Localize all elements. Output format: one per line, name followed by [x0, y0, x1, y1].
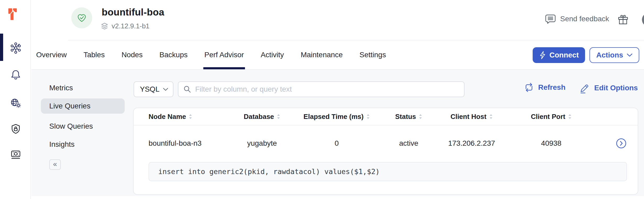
sort-icon [489, 114, 493, 119]
cluster-health-badge [71, 7, 92, 28]
api-type-value: YSQL [140, 85, 163, 93]
billing-nav-icon[interactable] [10, 148, 22, 160]
column-header-client-port[interactable]: Client Port [498, 113, 605, 121]
cluster-tabs: Overview Tables Nodes Backups Perf Advis… [36, 40, 386, 69]
cluster-name-title: bountiful-boa [102, 7, 164, 18]
actions-button[interactable]: Actions [590, 47, 639, 63]
refresh-button[interactable]: Refresh [523, 82, 565, 93]
cluster-tabbar: Overview Tables Nodes Backups Perf Advis… [31, 40, 644, 70]
yugabyte-logo-icon[interactable] [7, 7, 18, 21]
security-shield-nav-icon[interactable] [10, 123, 22, 135]
sort-icon [277, 114, 280, 119]
column-header-node-name[interactable]: Node Name [134, 113, 223, 121]
cell-elapsed-time: 0 [301, 139, 372, 148]
column-header-database[interactable]: Database [223, 113, 301, 121]
clusters-nav-icon[interactable] [10, 42, 22, 54]
collapse-chevrons-icon: « [53, 161, 57, 168]
chevron-right-circle-icon [616, 138, 626, 149]
sidebar-collapse-button[interactable]: « [49, 159, 61, 170]
column-label: Status [395, 113, 416, 121]
actions-button-label: Actions [596, 51, 623, 59]
chevron-down-icon [163, 88, 168, 91]
api-type-select[interactable]: YSQL [134, 81, 173, 97]
sidebar-item-live-queries[interactable]: Live Queries [41, 98, 125, 114]
send-feedback-button[interactable]: Send feedback [545, 14, 609, 24]
left-nav-rail [0, 0, 31, 199]
sidebar-item-metrics[interactable]: Metrics [49, 84, 73, 92]
tab-perf-advisor[interactable]: Perf Advisor [204, 40, 244, 69]
column-label: Client Port [531, 113, 565, 121]
alerts-bell-nav-icon[interactable] [10, 69, 22, 81]
query-filter-searchbox [178, 81, 465, 97]
tab-nodes[interactable]: Nodes [122, 40, 143, 69]
table-row[interactable]: bountiful-boa-n3 yugabyte 0 active 173.2… [134, 125, 638, 161]
cluster-version-label: v2.12.9.1-b1 [112, 22, 150, 30]
feedback-bubble-icon [545, 14, 556, 24]
connect-button-label: Connect [549, 51, 579, 59]
active-nav-indicator [0, 34, 3, 61]
lightning-icon [539, 51, 546, 59]
column-label: Elapsed Time (ms) [303, 113, 363, 121]
send-feedback-label: Send feedback [560, 15, 609, 23]
cell-database: yugabyte [223, 139, 301, 148]
column-label: Database [244, 113, 274, 121]
row-expand-button[interactable] [605, 138, 638, 149]
cluster-header: bountiful-boa v2.12.9.1-b1 Send feedback [31, 0, 644, 40]
sort-icon [568, 114, 572, 119]
network-settings-nav-icon[interactable] [10, 97, 22, 109]
search-icon [183, 85, 192, 93]
tab-overview[interactable]: Overview [36, 40, 67, 69]
column-header-status[interactable]: Status [372, 113, 445, 121]
app-window: bountiful-boa v2.12.9.1-b1 Send feedback [0, 0, 644, 199]
tab-maintenance[interactable]: Maintenance [301, 40, 343, 69]
sidebar-item-label: Live Queries [49, 102, 90, 110]
cluster-version-row: v2.12.9.1-b1 [101, 22, 150, 30]
edit-options-button[interactable]: Edit Options [579, 82, 638, 94]
pencil-icon [579, 82, 591, 94]
sort-icon [189, 114, 192, 119]
query-sql-text: insert into generic2(pkid, rawdatacol) v… [158, 167, 380, 176]
tab-settings[interactable]: Settings [359, 40, 386, 69]
layers-icon [101, 22, 108, 30]
edit-options-label: Edit Options [594, 84, 638, 92]
live-queries-card: Node Name Database Elapsed Time (ms) Sta… [133, 108, 638, 195]
tab-tables[interactable]: Tables [84, 40, 105, 69]
query-filter-input[interactable] [195, 85, 459, 93]
heart-check-icon [77, 13, 87, 23]
tab-backups[interactable]: Backups [160, 40, 188, 69]
sort-icon [419, 114, 422, 119]
connect-button[interactable]: Connect [533, 47, 585, 63]
column-label: Client Host [450, 113, 486, 121]
sidebar-item-insights[interactable]: Insights [49, 140, 75, 149]
sort-icon [366, 114, 370, 119]
cell-client-host: 173.206.2.237 [445, 139, 498, 148]
cell-status: active [372, 139, 445, 148]
gift-icon[interactable] [617, 14, 629, 26]
query-text-box: insert into generic2(pkid, rawdatacol) v… [149, 162, 627, 181]
column-header-elapsed-time[interactable]: Elapsed Time (ms) [301, 113, 372, 121]
cell-client-port: 40938 [498, 139, 605, 148]
column-header-client-host[interactable]: Client Host [445, 113, 498, 121]
refresh-icon [523, 82, 534, 93]
refresh-label: Refresh [538, 83, 565, 92]
user-avatar[interactable] [642, 13, 644, 27]
table-header-row: Node Name Database Elapsed Time (ms) Sta… [134, 108, 638, 125]
column-label: Node Name [149, 113, 186, 121]
tab-activity[interactable]: Activity [261, 40, 284, 69]
sidebar-item-slow-queries[interactable]: Slow Queries [49, 122, 93, 130]
chevron-down-icon [627, 53, 632, 57]
cell-node-name: bountiful-boa-n3 [134, 139, 223, 148]
